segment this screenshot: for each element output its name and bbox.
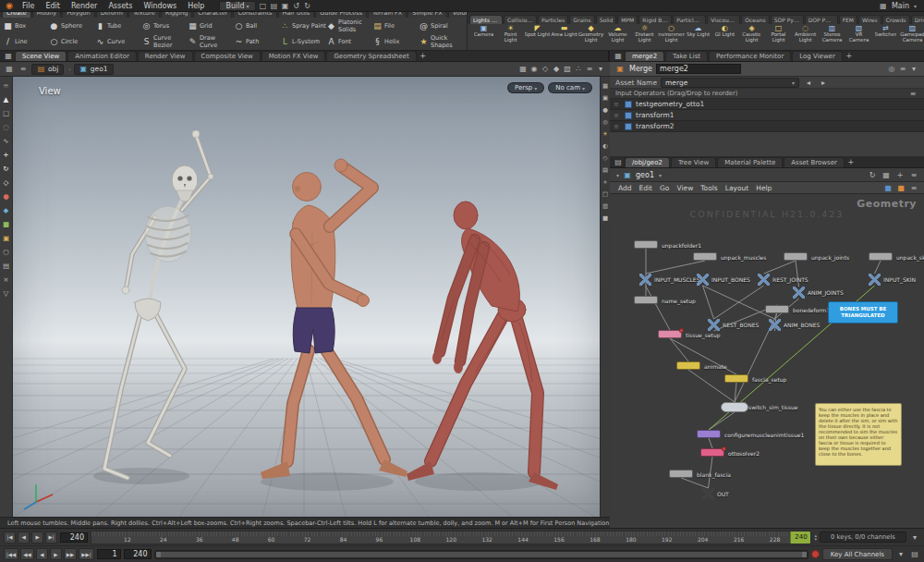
playback-button[interactable]: ▶▶	[64, 548, 77, 560]
pane-split-icon[interactable]: ▥	[601, 201, 610, 211]
sculpt-tool-icon[interactable]: ○	[0, 245, 12, 258]
playback-button[interactable]: ◀	[36, 548, 48, 560]
pane-tab-motion-fx-view[interactable]: Motion FX View	[261, 51, 326, 61]
menu-item-render[interactable]: Render	[66, 2, 103, 10]
shelf-tab-dop-pyro-fx[interactable]: DOP Pyro FX	[805, 15, 838, 24]
shelf-tab-fem[interactable]: FEM	[839, 15, 857, 24]
node-out[interactable]: OUT	[702, 488, 714, 500]
frame-step-button[interactable]: ▶	[31, 531, 43, 544]
node-unpack-joints[interactable]: unpack_joints	[784, 252, 808, 261]
shelf-tool-circle[interactable]: ○Circle	[49, 37, 95, 46]
redo-icon[interactable]: ↻	[302, 0, 313, 11]
shelf-tool-spray-paint[interactable]: ∴Spray Paint	[280, 21, 326, 31]
net-menu-tools[interactable]: Tools	[697, 184, 721, 192]
viewport-menu-icon[interactable]: ≡	[584, 64, 595, 75]
drag-handle-icon[interactable]: ≡	[614, 101, 621, 108]
network-note-bones[interactable]: BONES MUST BE TRIANGULATED	[828, 301, 898, 324]
shelf-tool-sky-light[interactable]: ☁Sky Light	[685, 25, 711, 49]
history-tool-icon[interactable]: ▽	[0, 287, 12, 299]
net-tab-material-palette[interactable]: Material Palette	[717, 157, 783, 167]
network-sticky-note[interactable]: You can either use the fascia to keep th…	[815, 403, 902, 466]
shelf-tool-spot-light[interactable]: ◤Spot Light	[524, 25, 551, 49]
node-input-skin[interactable]: INPUT_SKIN	[869, 274, 881, 286]
drag-handle-icon[interactable]: ≡	[614, 112, 621, 119]
rotate-tool-icon[interactable]: ↻	[0, 162, 12, 175]
key-all-channels-button[interactable]: Key All Channels	[822, 548, 893, 560]
inputs-menu-icon[interactable]: ≡	[907, 88, 918, 99]
playbar-options-icon[interactable]: ▾	[909, 531, 920, 543]
shelf-tool-tube[interactable]: ▮Tube	[95, 21, 141, 31]
network-badge-orange-icon[interactable]: ■	[895, 182, 906, 193]
playback-button[interactable]: ▶	[50, 548, 62, 560]
auto-key-toggle[interactable]	[811, 550, 820, 558]
scale-tool-icon[interactable]: ◇	[0, 176, 12, 189]
shelf-tab-lights-and-cameras[interactable]: Lights and Cameras	[469, 15, 503, 24]
shelf-tab-drive-simulation[interactable]: Drive Simulation	[911, 15, 924, 24]
new-pane-tab-icon[interactable]: +	[844, 51, 855, 61]
save-scene-icon[interactable]: ▣	[280, 0, 291, 11]
brush-select-icon[interactable]: ∿	[0, 134, 12, 147]
frame-spinner[interactable]: ▴ ▾	[814, 533, 817, 541]
path-chip-geo1[interactable]: ▣ geo1	[74, 64, 114, 75]
param-gear-icon[interactable]: ≡	[897, 64, 908, 75]
net-grid-icon[interactable]: ▦	[881, 169, 892, 180]
pane-tab-render-view[interactable]: Render View	[138, 51, 193, 61]
pane-layout-icon[interactable]: ▦	[4, 64, 15, 75]
range-end-grip[interactable]	[802, 552, 807, 557]
pane-tab-performance-monitor[interactable]: Performance Monitor	[709, 51, 791, 61]
shelf-tool-helix[interactable]: §Helix	[372, 37, 419, 46]
network-badge-blue-icon[interactable]: ■	[882, 182, 894, 193]
camera-lock-icon[interactable]: ▣	[601, 92, 610, 103]
shelf-tab-crowds[interactable]: Crowds	[882, 15, 910, 24]
pane-menu-icon[interactable]: ▦	[613, 51, 624, 61]
range-start-grip[interactable]	[156, 552, 161, 557]
pane-menu-icon[interactable]: ▦	[3, 51, 14, 61]
pose-tool-icon[interactable]: ●	[0, 189, 12, 202]
prev-asset-icon[interactable]: ◂	[803, 77, 814, 88]
playback-button[interactable]: ◀◀	[20, 548, 33, 560]
shelf-tool-portal-light[interactable]: □Portal Light	[765, 25, 792, 49]
shelf-tool-platonic-solids[interactable]: ◆Platonic Solids	[326, 18, 372, 33]
node-ottosolver2[interactable]: ottosolver2	[700, 448, 724, 457]
undo-icon[interactable]: ↺	[291, 0, 302, 11]
shelf-tool-file[interactable]: ▤File	[372, 21, 419, 31]
shelf-tool-box[interactable]: ■Box	[3, 21, 49, 31]
shelf-tab-rigid-bodies[interactable]: Rigid Bodies	[638, 15, 672, 24]
shelf-tool-distant-light[interactable]: ☼Distant Light	[631, 25, 658, 49]
node-anim-bones[interactable]: ANIM_BONES	[769, 319, 781, 331]
shelf-tab-collisions[interactable]: Collisions	[504, 15, 537, 24]
next-asset-icon[interactable]: ▸	[818, 77, 829, 88]
net-menu-layout[interactable]: Layout	[722, 184, 753, 192]
viewport-3d[interactable]: View Persp ▾ No cam ▾	[13, 77, 600, 517]
shelf-tool-gamepad-camera[interactable]: ▨Gamepad Camera	[899, 25, 924, 49]
pane-tab-geometry-spreadsheet[interactable]: Geometry Spreadsheet	[326, 51, 416, 61]
point-snap-icon[interactable]: ◇	[540, 64, 551, 75]
shelf-tool-stereo-camera[interactable]: ▥Stereo Camera	[819, 25, 845, 49]
pane-tab-composite-view[interactable]: Composite View	[194, 51, 261, 61]
frame-step-button[interactable]: ◀	[18, 531, 30, 544]
grid-toggle-icon[interactable]: ▤	[601, 165, 610, 175]
node-unpack-muscles[interactable]: unpack_muscles	[693, 252, 717, 261]
gizmo-icon[interactable]: +	[601, 177, 610, 187]
node-rest-bones[interactable]: REST_BONES	[708, 319, 720, 331]
persp-view-button[interactable]: Persp ▾	[507, 82, 544, 93]
pane-tab-animation-editor[interactable]: Animation Editor	[67, 51, 137, 61]
shelf-tool-ambient-light[interactable]: ◌Ambient Light	[792, 25, 819, 49]
shadows-icon[interactable]: ◐	[601, 140, 610, 151]
paint-tool-icon[interactable]: ▣	[0, 231, 12, 244]
shelf-tool-camera[interactable]: ▣Camera	[470, 25, 497, 49]
node-tissue-setup[interactable]: tissue_setup	[658, 330, 682, 338]
pane-tab-log-viewer[interactable]: Log Viewer	[792, 51, 843, 61]
main-desktop-button[interactable]: ▦ Main ▾	[874, 0, 920, 11]
shelf-tool-torus[interactable]: ◎Torus	[141, 21, 188, 31]
shelf-tool-ball[interactable]: ○Ball	[234, 21, 280, 31]
node-switch-sim-tissue[interactable]: switch_sim_tissue	[721, 402, 748, 412]
display-points-icon[interactable]: ∴	[573, 64, 584, 75]
net-menu-edit[interactable]: Edit	[636, 184, 657, 192]
shelf-tool-draw-curve[interactable]: ✎Draw Curve	[188, 34, 234, 49]
param-more-icon[interactable]: ▾	[908, 64, 919, 75]
viewport-more-icon[interactable]: ▾	[595, 64, 606, 75]
lasso-select-icon[interactable]: ◌	[0, 120, 12, 133]
shelf-tool-vr-camera[interactable]: ▧VR Camera	[845, 25, 872, 49]
playback-button[interactable]: |◀◀	[4, 548, 18, 560]
